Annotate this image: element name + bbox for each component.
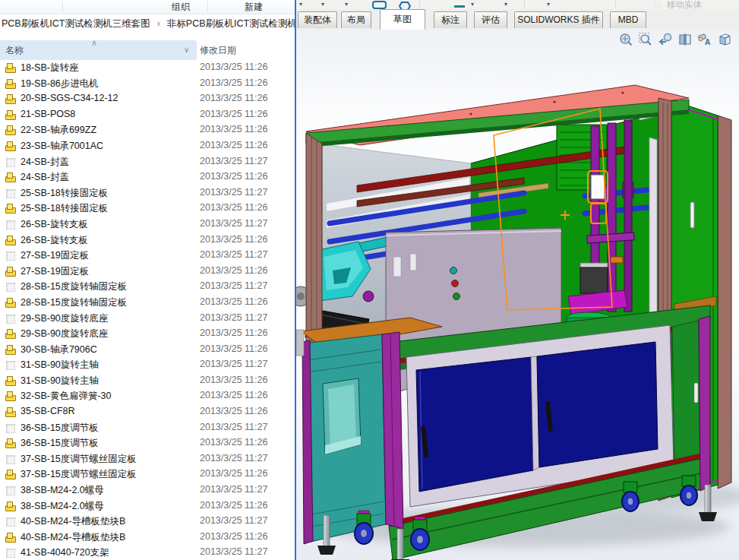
solidworks-part-icon [5,172,17,182]
caster-wheel[interactable] [355,511,373,544]
breadcrumb[interactable]: PCB刷板机ICT测试检测机三维套图›非标PCB刷板机ICT测试检测机三维套图 [0,14,295,33]
caster-wheel[interactable] [681,476,697,505]
file-row[interactable]: 40-SB-M24-导槽板垫块B2013/3/25 11:26 [0,530,295,546]
file-name: 28-SB-15度旋转轴固定板 [21,296,127,309]
sliding-door-right[interactable] [537,342,658,467]
tab-evaluate[interactable]: 评估 [474,11,507,28]
breadcrumb-segment[interactable]: PCB刷板机ICT测试检测机三维套图 [2,14,150,33]
dropdown-caret-icon[interactable]: ▾ [504,1,507,8]
file-date: 2013/3/25 11:27 [200,422,267,432]
column-filter-dropdown-icon[interactable]: ∨ [184,40,189,60]
tab-assembly[interactable]: 装配体 [298,11,337,28]
file-name: 26-SB-旋转支板 [21,234,88,247]
dropdown-caret-icon[interactable]: ▾ [299,1,302,8]
file-date: 2013/3/25 11:26 [200,296,267,307]
file-date: 2013/3/25 11:27 [200,546,267,557]
organize-button[interactable]: 组织 [172,1,190,14]
file-row[interactable]: 32-SB-黄色扁弹簧-302013/3/25 11:26 [0,388,295,404]
file-list[interactable]: 18-SB-旋转座2013/3/25 11:2619-SB-86步进电机2013… [0,60,295,560]
temp-file-icon [5,485,17,495]
sliding-door-left[interactable] [416,357,533,492]
file-date: 2013/3/25 11:26 [200,109,267,119]
tab-solidworks-addins[interactable]: SOLIDWORKS 插件 [514,11,603,28]
file-row[interactable]: 23-SB-轴承7001AC2013/3/25 11:26 [0,138,295,154]
file-row[interactable]: 20-SB-SGS-C34-12-122013/3/25 11:26 [0,91,295,107]
machine-3d-model[interactable] [296,29,739,560]
solidworks-part-icon [5,266,17,277]
file-row[interactable]: 19-SB-86步进电机2013/3/25 11:26 [0,76,295,92]
file-row[interactable]: 22-SB-轴承699ZZ2013/3/25 11:26 [0,122,295,138]
tab-markup[interactable]: 标注 [434,11,467,28]
file-name: 19-SB-86步进电机 [21,78,99,90]
file-date: 2013/3/25 11:26 [200,437,267,448]
tab-layout[interactable]: 布局 [341,11,371,28]
file-name: 23-SB-轴承7001AC [21,140,103,153]
file-name: 30-SB-轴承7906C [21,343,97,356]
file-name: 38-SB-M24-2.0螺母 [21,484,104,497]
file-row[interactable]: 37-SB-15度调节螺丝固定板2013/3/25 11:27 [0,451,295,467]
corner-rectangle-tool-icon[interactable] [372,1,387,9]
dropdown-caret-icon[interactable]: ▾ [471,1,474,8]
file-row[interactable]: 26-SB-旋转支板2013/3/25 11:26 [0,233,295,248]
column-header-name[interactable]: ∧ 名称 ∨ [0,40,196,60]
file-row[interactable]: 41-SB-4040-720支架2013/3/25 11:27 [0,545,295,560]
file-row[interactable]: 35-SB-CF8R2013/3/25 11:26 [0,404,295,420]
file-row[interactable]: 31-SB-90旋转主轴2013/3/25 11:26 [0,373,295,389]
file-row[interactable]: 28-SB-15度旋转轴固定板2013/3/25 11:26 [0,295,295,311]
solidworks-part-icon [5,532,17,543]
file-date: 2013/3/25 11:26 [200,500,267,511]
side-panel-teal[interactable] [304,334,386,543]
file-date: 2013/3/25 11:27 [200,453,267,464]
file-row[interactable]: 18-SB-旋转座2013/3/25 11:26 [0,60,295,76]
polygon-tool-icon[interactable] [399,0,411,9]
breadcrumb-segment[interactable]: 非标PCB刷板机ICT测试检测机三维套图 [167,14,295,33]
file-row[interactable]: 36-SB-15度调节板2013/3/25 11:27 [0,420,295,436]
file-row[interactable]: 29-SB-90度旋转底座2013/3/25 11:27 [0,311,295,327]
file-row[interactable]: 40-SB-M24-导槽板垫块B2013/3/25 11:27 [0,514,295,530]
ribbon-strip: ▾ ▾ ▾ ▾ ▾ ▾ 移动实体 [296,0,739,9]
file-row[interactable]: 38-SB-M24-2.0螺母2013/3/25 11:27 [0,482,295,498]
file-row[interactable]: 27-SB-19固定板2013/3/25 11:27 [0,248,295,264]
file-date: 2013/3/25 11:26 [200,468,267,479]
file-row[interactable]: 38-SB-M24-2.0螺母2013/3/25 11:26 [0,498,295,514]
file-row[interactable]: 24-SB-封盖2013/3/25 11:27 [0,154,295,170]
file-name: 29-SB-90度旋转底座 [21,327,108,340]
solidworks-part-icon [5,203,17,214]
solidworks-part-icon [5,469,17,479]
dropdown-caret-icon[interactable]: ▾ [345,1,348,8]
caster-wheel[interactable] [411,517,429,550]
file-date: 2013/3/25 11:26 [200,406,267,416]
file-row[interactable]: 36-SB-15度调节板2013/3/25 11:26 [0,435,295,451]
file-date: 2013/3/25 11:26 [200,234,267,245]
temp-file-icon [5,516,17,527]
file-row[interactable]: 31-SB-90旋转主轴2013/3/25 11:27 [0,357,295,373]
file-name: 24-SB-封盖 [21,171,69,184]
new-button[interactable]: 新建 [245,1,263,14]
file-row[interactable]: 29-SB-90度旋转底座2013/3/25 11:26 [0,326,295,342]
file-name: 37-SB-15度调节螺丝固定板 [21,453,137,466]
file-row[interactable]: 25-SB-18转接固定板2013/3/25 11:26 [0,201,295,217]
file-row[interactable]: 27-SB-19固定板2013/3/25 11:26 [0,264,295,280]
file-name: 24-SB-封盖 [21,156,69,169]
dropdown-caret-icon[interactable]: ▾ [321,1,324,8]
file-date: 2013/3/25 11:27 [200,484,267,495]
file-name: 29-SB-90度旋转底座 [21,312,108,325]
file-explorer-pane: 组织 新建 PCB刷板机ICT测试检测机三维套图›非标PCB刷板机ICT测试检测… [0,0,295,560]
file-row[interactable]: 25-SB-18转接固定板2013/3/25 11:27 [0,185,295,201]
file-row[interactable]: 30-SB-轴承7906C2013/3/25 11:26 [0,342,295,358]
file-row[interactable]: 28-SB-15度旋转轴固定板2013/3/25 11:27 [0,279,295,295]
file-date: 2013/3/25 11:26 [200,93,267,103]
graphics-area[interactable]: A [296,29,739,560]
file-name: 27-SB-19固定板 [21,265,89,278]
column-header-date[interactable]: 修改日期 [200,40,236,60]
file-row[interactable]: 24-SB-封盖2013/3/25 11:26 [0,169,295,185]
file-row[interactable]: 37-SB-15度调节螺丝固定板2013/3/25 11:26 [0,467,295,482]
caster-wheel[interactable] [622,482,639,511]
file-row[interactable]: 26-SB-旋转支板2013/3/25 11:27 [0,217,295,233]
tab-mbd[interactable]: MBD [610,11,646,28]
file-row[interactable]: 21-SB-POS82013/3/25 11:26 [0,107,295,123]
tab-sketch[interactable]: 草图 [380,9,425,30]
file-name: 35-SB-CF8R [21,406,75,416]
line-tool-icon[interactable] [454,5,465,8]
dropdown-caret-icon[interactable]: ▾ [547,1,550,8]
